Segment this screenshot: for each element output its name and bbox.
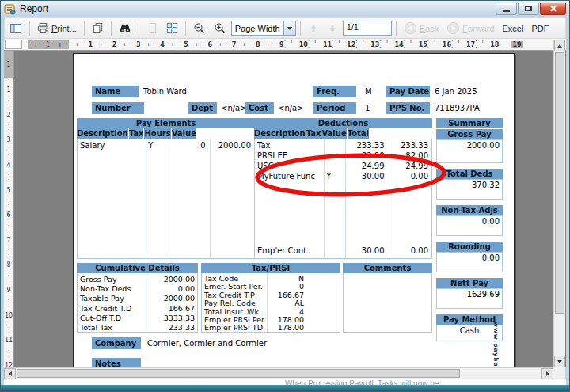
separator [396,21,397,36]
ruler-h-margin: · ı · 1 · ı · [28,40,69,49]
minimize-icon [504,10,510,12]
table-row: USC 24.99 24.99 [255,161,431,171]
horizontal-scroll-thumb[interactable] [17,369,460,378]
single-page-view-button[interactable] [143,20,162,36]
number-label: Number [92,102,144,114]
binoculars-icon [119,22,131,34]
excel-label: Excel [503,24,524,33]
copy-button[interactable] [89,20,107,36]
summary-box: Rounding 0.00 [436,242,503,272]
close-button[interactable] [540,3,566,15]
printer-icon [37,22,49,34]
arrow-right-icon [546,371,549,376]
pps-label: PPS No. [386,102,430,114]
forward-button[interactable]: Forward [443,20,497,36]
comments-section: Comments [343,263,432,333]
employer-cont-total: 0.00 [388,245,432,256]
separator [29,21,30,36]
cost-value: <n/a> [278,103,304,114]
scroll-down-button[interactable] [554,356,565,367]
toolbar: Print... [4,17,566,39]
page-background: Name Tobin Ward Number Dept <n/a> Cost <… [14,51,554,367]
summary-title: Summary [436,118,503,128]
tax-prsi-table: Tax/PRSI Tax Code N Emer. Start Per. 0 [201,263,340,333]
pdf-label: PDF [531,24,549,33]
back-button[interactable]: Back [401,20,442,36]
titlebar: Report [1,1,569,17]
multi-page-view-button[interactable] [163,20,181,36]
scrollbar-corner [553,367,565,379]
horizontal-scrollbar[interactable] [4,367,553,379]
company-value: Cormier, Cormier and Cormier [147,338,267,349]
table-row: Taxable Pay 2000.00 [78,294,197,303]
back-arrow-icon [404,21,417,35]
minimize-button[interactable] [496,3,517,15]
zoom-out-icon [193,22,206,35]
separator [300,21,301,36]
back-label: Back [420,24,439,33]
comments-title: Comments [343,263,432,273]
ruler-corner-box [5,40,22,49]
deductions-body: Tax 233.33 233.33 PRSI EE 82.00 82.00 US [254,139,432,259]
previous-page-button[interactable] [305,20,322,36]
table-row: Tax 233.33 233.33 [255,140,431,150]
zoom-in-button[interactable] [211,20,230,36]
vertical-scrollbar[interactable] [553,40,565,367]
ruler-h-numbers: 12345678910111213141516171819 [69,40,554,49]
zoom-level-select[interactable]: Page Width [231,21,296,36]
summary-box: Nett Pay 1629.69 [436,278,503,309]
dept-label: Dept [188,102,217,114]
report-app-icon [4,3,16,15]
scroll-left-button[interactable] [4,368,16,379]
cumulative-body: Gross Pay 2000.00 Non-Tax Deds 0.00 Taxa… [77,273,198,333]
cost-label: Cost [245,102,274,114]
table-row: PRSI EE 82.00 82.00 [255,150,431,161]
page-down-icon [327,23,338,34]
combo-drop-button[interactable] [283,21,295,35]
zoom-level-value: Page Width [232,24,283,33]
table-row: Pay Rel. Code AL [202,299,340,307]
group-tree-toggle-button[interactable] [6,20,25,36]
dept-value: <n/a> [221,103,247,114]
panel-icon [10,22,22,35]
pay-elements-table: Pay Elements DescriptionTaxHoursValue Sa… [77,118,255,259]
scroll-up-button[interactable] [554,40,565,51]
close-icon [549,5,557,12]
cumulative-title: Cumulative Details [77,263,198,273]
employer-cont-label: Emp'er Cont. [255,245,323,256]
freq-value: M [365,86,372,97]
vertical-scroll-thumb[interactable] [555,52,564,314]
separator [185,21,186,36]
cumulative-details-table: Cumulative Details Gross Pay 2000.00 Non… [77,263,198,333]
maximize-button[interactable] [518,3,539,15]
forward-label: Forward [462,24,494,33]
name-value: Tobin Ward [143,86,187,97]
page-counter-input[interactable]: 1/1 [343,21,392,36]
print-button[interactable]: Print... [34,20,80,36]
table-row: Tax Credit T.D 166.67 [78,304,197,314]
payslip-page: Name Tobin Ward Number Dept <n/a> Cost <… [73,53,515,367]
next-page-button[interactable] [324,20,341,36]
window-bottom-frame [1,385,569,391]
arrow-left-icon [9,371,12,376]
separator [84,21,85,36]
report-window: Report Print... [0,0,570,392]
table-row: Emp'er PRSI TD. 178.00 [202,324,340,332]
export-excel-button[interactable]: Excel [500,20,527,36]
table-row: Gross Pay 2000.00 [78,275,197,284]
document-canvas: 1 123456789101112 Name Tobin Ward Number… [4,51,566,367]
print-label: Print... [51,24,77,33]
column-divider [146,139,146,258]
summary-boxes: Gross Pay 2000.00 Total Deds 370.32 Non-… [436,129,503,341]
scroll-right-button[interactable] [542,368,553,379]
zoom-out-button[interactable] [190,20,209,36]
pay-elements-body: Salary Y 0 2000.00 [77,139,255,259]
zoom-in-icon [214,22,226,35]
tax-prsi-body: Tax Code N Emer. Start Per. 0 Tax Credit… [201,273,340,333]
summary-panel: Summary Gross Pay 2000.00 Total Deds 370… [436,118,503,341]
table-row: Tax Code N [202,275,340,283]
export-pdf-button[interactable]: PDF [528,20,552,36]
table-row: Tax Credit T.P 166.67 [202,291,340,299]
find-button[interactable] [116,20,135,36]
table-row: Non-Tax Deds 0.00 [78,284,197,294]
